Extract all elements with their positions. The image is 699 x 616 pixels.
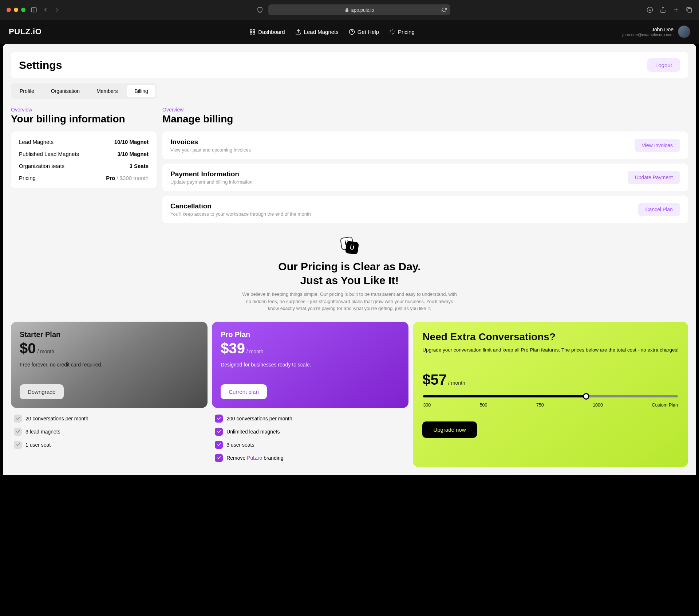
slider-thumb[interactable] <box>583 393 589 400</box>
check-icon <box>215 454 223 462</box>
tab-billing[interactable]: Billing <box>127 85 155 97</box>
svg-rect-9 <box>253 32 255 34</box>
reload-icon[interactable] <box>442 7 447 12</box>
billing-info-card: Lead Magnets10/10 Magnet Published Lead … <box>11 132 157 188</box>
billing-info-section: Overview Your billing information Lead M… <box>11 107 157 228</box>
svg-rect-0 <box>31 8 36 12</box>
check-icon <box>14 441 22 449</box>
downgrade-button[interactable]: Downgrade <box>20 384 64 399</box>
user-menu[interactable]: John Doe john.doe@examplecorp.com <box>623 25 690 38</box>
info-row: Organization seats3 Seats <box>19 163 149 169</box>
hero-title: Our Pricing is Clear as Day.Just as You … <box>11 260 688 287</box>
check-icon <box>14 428 22 436</box>
extra-price: $57 <box>422 372 447 388</box>
close-window[interactable] <box>7 8 11 12</box>
check-icon <box>215 441 223 449</box>
tab-members[interactable]: Members <box>89 85 125 97</box>
back-icon[interactable] <box>42 7 49 13</box>
avatar <box>678 25 690 38</box>
logo[interactable]: PULZ.iO <box>9 27 42 36</box>
overline: Overview <box>162 107 688 113</box>
minimize-window[interactable] <box>14 8 18 12</box>
tab-profile[interactable]: Profile <box>12 85 42 97</box>
invoices-card: InvoicesView your past and upcoming invo… <box>162 132 688 159</box>
svg-rect-7 <box>250 30 252 31</box>
extra-conversations-card: Need Extra Conversations? Upgrade your c… <box>413 322 688 467</box>
check-icon <box>215 415 223 423</box>
app-header: PULZ.iO Dashboard Lead Magnets Get Help … <box>0 20 699 44</box>
new-tab-icon[interactable] <box>673 7 679 13</box>
overline: Overview <box>11 107 157 113</box>
shield-icon[interactable] <box>257 7 263 13</box>
hero-desc: We believe in keeping things simple. Our… <box>240 291 459 312</box>
browser-chrome: app.pulz.io <box>0 0 699 20</box>
feature-item: Unlimited lead magnets <box>215 428 406 436</box>
slider-labels: 300 500 750 1000 Custom Plan <box>423 403 678 408</box>
section-title: Your billing information <box>11 113 157 125</box>
sidebar-toggle-icon[interactable] <box>31 7 37 13</box>
upgrade-now-button[interactable]: Upgrade now <box>422 421 477 438</box>
feature-item: Remove Pulz.io branding <box>215 454 406 462</box>
user-name: John Doe <box>623 27 674 32</box>
feature-item: 20 conversations per month <box>14 415 205 423</box>
feature-item: 1 user seat <box>14 441 205 449</box>
plan-name: Starter Plan <box>20 330 199 339</box>
main-nav: Dashboard Lead Magnets Get Help Pricing <box>249 29 415 35</box>
pricing-hero: ÜÜ Our Pricing is Clear as Day.Just as Y… <box>11 237 688 312</box>
info-row: Published Lead Magnets3/10 Magnet <box>19 151 149 157</box>
nav-get-help[interactable]: Get Help <box>349 29 379 35</box>
feature-item: 3 lead magnets <box>14 428 205 436</box>
nav-pricing[interactable]: Pricing <box>389 29 415 35</box>
section-title: Manage billing <box>162 113 688 125</box>
manage-billing-section: Overview Manage billing InvoicesView you… <box>162 107 688 228</box>
cancel-plan-button[interactable]: Cancel Plan <box>638 203 680 216</box>
info-row: Lead Magnets10/10 Magnet <box>19 139 149 145</box>
main-sheet: Settings Logout Profile Organisation Mem… <box>3 44 696 475</box>
update-payment-button[interactable]: Update Payment <box>628 171 680 184</box>
payment-info-card: Payment InformationUpdate payment and bi… <box>162 164 688 191</box>
lock-icon <box>345 8 349 12</box>
url-bar[interactable]: app.pulz.io <box>268 4 450 15</box>
feature-item: 200 conversations per month <box>215 415 406 423</box>
current-plan-button[interactable]: Current plan <box>221 384 267 399</box>
page-header: Settings Logout <box>11 52 688 78</box>
pro-plan: Pro Plan $39 / month Designed for busine… <box>212 322 408 467</box>
plan-price: $0 <box>20 340 36 356</box>
view-invoices-button[interactable]: View Invoices <box>635 139 680 152</box>
nav-dashboard[interactable]: Dashboard <box>249 29 285 35</box>
hero-icon: ÜÜ <box>341 237 358 255</box>
svg-rect-10 <box>250 32 252 34</box>
settings-tabs: Profile Organisation Members Billing <box>11 83 157 99</box>
svg-rect-8 <box>253 30 255 31</box>
extra-desc: Upgrade your conversation limit and keep… <box>422 346 679 354</box>
starter-plan: Starter Plan $0 / month Free forever, no… <box>11 322 208 467</box>
cancellation-card: CancellationYou'll keep access to your w… <box>162 196 688 223</box>
url-text: app.pulz.io <box>351 7 374 13</box>
plan-price: $39 <box>221 340 245 356</box>
feature-item: 3 user seats <box>215 441 406 449</box>
window-controls <box>7 8 25 12</box>
extra-title: Need Extra Conversations? <box>422 331 679 343</box>
page-title: Settings <box>19 59 62 71</box>
info-row: PricingPro / $300 month <box>19 175 149 181</box>
logout-button[interactable]: Logout <box>647 58 680 72</box>
forward-icon[interactable] <box>54 7 60 13</box>
download-icon[interactable] <box>647 7 653 13</box>
svg-rect-6 <box>688 8 692 12</box>
maximize-window[interactable] <box>21 8 25 12</box>
tab-organisation[interactable]: Organisation <box>44 85 87 97</box>
plan-desc: Designed for businesses ready to scale. <box>221 362 400 368</box>
plan-name: Pro Plan <box>221 330 400 339</box>
user-email: john.doe@examplecorp.com <box>623 32 674 37</box>
conversations-slider[interactable] <box>423 395 678 397</box>
check-icon <box>215 428 223 436</box>
share-icon[interactable] <box>660 7 666 13</box>
plans-row: Starter Plan $0 / month Free forever, no… <box>11 322 688 467</box>
check-icon <box>14 415 22 423</box>
plan-desc: Free forever, no credit card required. <box>20 362 199 368</box>
nav-lead-magnets[interactable]: Lead Magnets <box>295 29 339 35</box>
tabs-icon[interactable] <box>686 7 692 13</box>
